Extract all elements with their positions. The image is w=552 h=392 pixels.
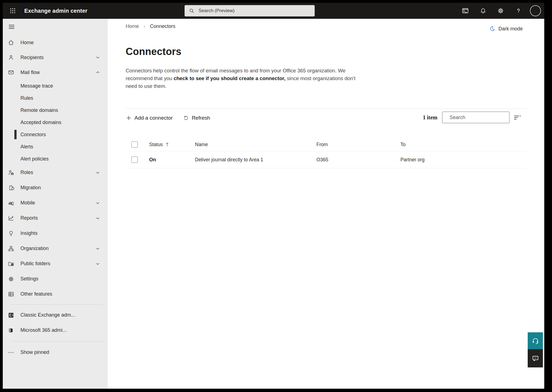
filter-icon	[514, 114, 521, 121]
connectors-table: Status Name From To On Del	[126, 138, 527, 168]
sidebar-item-label: Alert policies	[20, 156, 49, 162]
cell-from: O365	[316, 157, 328, 163]
waffle-icon	[9, 7, 16, 14]
sidebar-item-label: Reports	[20, 215, 38, 221]
sidebar-item-label: Accepted domains	[20, 120, 61, 125]
notifications-button[interactable]	[477, 5, 489, 17]
settings-button[interactable]	[495, 5, 507, 17]
sidebar-item-label: Alerts	[20, 144, 33, 150]
list-search-input[interactable]	[449, 114, 514, 121]
sidebar-item-home[interactable]: Home	[3, 35, 108, 50]
column-header-name[interactable]: Name	[195, 142, 208, 148]
chevron-down-icon	[95, 246, 101, 251]
menu-toggle-button[interactable]	[8, 23, 15, 31]
mail-icon	[8, 69, 14, 76]
sidebar-item-label: Mobile	[20, 200, 35, 206]
screenshot-root: { "colors": { "topbar_bg": "#1b1a19", "s…	[0, 0, 552, 392]
sidebar-item-other-features[interactable]: Other features	[3, 286, 108, 302]
breadcrumb-chevron-icon	[142, 24, 147, 29]
sidebar-item-organization[interactable]: Organization	[3, 241, 108, 256]
ellipsis-icon	[8, 349, 14, 356]
help-button[interactable]	[512, 5, 524, 17]
moon-icon	[489, 25, 496, 32]
list-controls: 1 item	[423, 112, 521, 123]
support-button[interactable]	[528, 332, 543, 349]
table-header-row: Status Name From To	[126, 138, 527, 151]
cell-name[interactable]: Deliver journal directly to Area 1	[195, 157, 263, 163]
sidebar-item-show-pinned[interactable]: Show pinned	[3, 345, 108, 360]
chevron-down-icon	[95, 261, 101, 267]
refresh-label: Refresh	[192, 115, 210, 121]
table-row[interactable]: On Deliver journal directly to Area 1 O3…	[126, 151, 527, 168]
sidebar-item-microsoft-365[interactable]: Microsoft 365 admi...	[3, 323, 108, 338]
sidebar-item-mobile[interactable]: Mobile	[3, 195, 108, 211]
sidebar-item-label: Classic Exchange adm...	[20, 312, 75, 318]
sidebar-item-accepted-domains[interactable]: Accepted domains	[3, 116, 108, 128]
refresh-button[interactable]: Refresh	[183, 115, 210, 121]
sidebar-item-insights[interactable]: Insights	[3, 226, 108, 241]
sidebar-item-message-trace[interactable]: Message trace	[3, 80, 108, 92]
sidebar-item-label: Migration	[20, 185, 41, 191]
sidebar-item-alert-policies[interactable]: Alert policies	[3, 153, 108, 165]
sidebar-item-roles[interactable]: Roles	[3, 165, 108, 180]
breadcrumb-current: Connectors	[150, 23, 175, 29]
person-icon	[8, 54, 14, 61]
terminal-icon	[462, 7, 469, 14]
dark-mode-toggle[interactable]: Dark mode	[489, 25, 523, 32]
sidebar-item-rules[interactable]: Rules	[3, 92, 108, 104]
column-header-status[interactable]: Status	[149, 142, 169, 148]
sidebar-item-recipients[interactable]: Recipients	[3, 50, 108, 65]
connector-name: Deliver journal directly to Area 1	[195, 157, 263, 162]
app-launcher-button[interactable]	[7, 5, 18, 17]
top-app-bar: Exchange admin center	[3, 3, 544, 19]
sidebar-item-label: Home	[20, 40, 34, 46]
sidebar-item-label: Rules	[20, 95, 33, 101]
sidebar-item-reports[interactable]: Reports	[3, 211, 108, 226]
powershell-button[interactable]	[459, 5, 471, 17]
sidebar-item-label: Roles	[20, 170, 33, 175]
topbar-left: Exchange admin center	[7, 3, 88, 19]
feedback-button[interactable]	[528, 349, 543, 367]
column-header-label: Name	[195, 142, 208, 147]
chevron-up-icon	[95, 70, 101, 75]
sidebar-item-label: Show pinned	[20, 349, 49, 355]
sidebar-item-mail-flow[interactable]: Mail flow	[3, 65, 108, 80]
select-all-checkbox[interactable]	[131, 141, 138, 148]
filter-sort-button[interactable]	[514, 114, 521, 121]
sidebar-item-connectors[interactable]: Connectors	[3, 128, 108, 141]
toolbar-divider	[126, 109, 527, 109]
sidebar-item-migration[interactable]: Migration	[3, 180, 108, 195]
table-icon	[8, 291, 14, 298]
exchange-logo-icon	[8, 312, 14, 319]
reports-icon	[8, 215, 14, 222]
cell-to: Partner org	[400, 157, 425, 163]
description-link[interactable]: check to see if you should create a conn…	[174, 75, 286, 81]
search-icon	[189, 8, 195, 14]
headset-icon	[532, 337, 539, 345]
sidebar-item-label: Public folders	[20, 261, 50, 267]
global-search-box[interactable]	[184, 5, 315, 17]
column-header-to[interactable]: To	[400, 142, 405, 148]
page-title: Connectors	[126, 46, 181, 57]
to-value: Partner org	[400, 157, 425, 162]
sidebar-item-label: Other features	[20, 291, 52, 297]
global-search-input[interactable]	[198, 8, 311, 14]
breadcrumb-home-link[interactable]: Home	[126, 23, 139, 29]
plus-icon	[126, 115, 132, 121]
sort-ascending-icon	[165, 142, 169, 147]
main-content: Home Connectors Dark mode Connectors Con…	[108, 19, 544, 389]
sidebar-item-alerts[interactable]: Alerts	[3, 141, 108, 153]
app-title: Exchange admin center	[24, 8, 88, 14]
sidebar-item-settings[interactable]: Settings	[3, 271, 108, 286]
refresh-icon	[183, 115, 189, 121]
account-avatar[interactable]	[530, 5, 541, 16]
column-header-from[interactable]: From	[316, 142, 328, 148]
list-search-box[interactable]	[442, 112, 509, 123]
sidebar-item-public-folders[interactable]: Public folders	[3, 256, 108, 271]
gear-icon	[497, 7, 504, 14]
add-connector-button[interactable]: Add a connector	[126, 115, 173, 121]
sidebar-item-remote-domains[interactable]: Remote domains	[3, 104, 108, 116]
page-description: Connectors help control the flow of emai…	[126, 67, 366, 90]
sidebar-item-classic-exchange[interactable]: Classic Exchange adm...	[3, 307, 108, 323]
row-checkbox[interactable]	[131, 157, 138, 163]
